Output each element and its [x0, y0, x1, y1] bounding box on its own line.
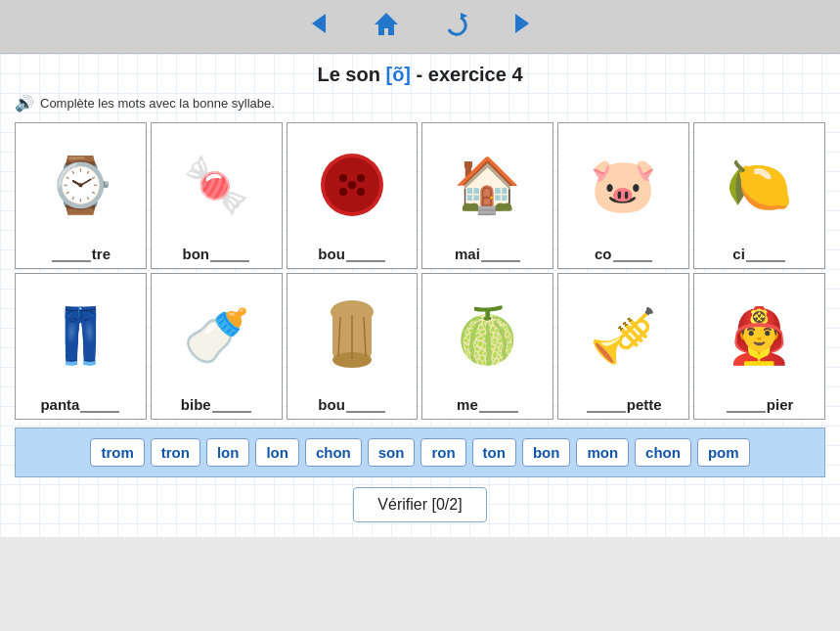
syllable-btn-4[interactable]: chon	[305, 438, 362, 467]
bouchon-svg	[323, 297, 381, 376]
sound-icon[interactable]: 🔊	[15, 94, 34, 113]
syllable-btn-6[interactable]: ron	[420, 438, 465, 467]
card-bouton: bou	[287, 122, 419, 269]
syllable-btn-10[interactable]: chon	[635, 438, 691, 467]
card-maison: 🏠 mai	[421, 122, 553, 269]
blank-trompette[interactable]	[587, 411, 626, 413]
card-trompette: 🎺 pette	[557, 273, 689, 420]
card-image-bonbon: 🍬	[155, 129, 278, 242]
citron-emoji: 🍋	[726, 158, 793, 212]
blank-citron[interactable]	[746, 260, 785, 262]
cards-row2: 👖 panta 🍼 bibe	[15, 273, 825, 420]
syllable-btn-1[interactable]: tron	[151, 438, 200, 467]
card-cochon: 🐷 co	[557, 122, 689, 269]
card-image-bouton	[291, 129, 414, 242]
trompette-emoji: 🎺	[590, 309, 657, 363]
verify-button[interactable]: Vérifier [0/2]	[353, 487, 486, 522]
forward-icon	[509, 10, 537, 37]
home-icon	[373, 10, 400, 37]
back-button[interactable]	[298, 8, 337, 45]
card-melon: 🍈 me	[421, 273, 553, 420]
blank-bouchon[interactable]	[346, 411, 385, 413]
blank-bouton[interactable]	[346, 260, 385, 262]
card-label-bouton: bou	[318, 246, 386, 262]
instruction: 🔊 Complète les mots avec la bonne syllab…	[15, 94, 825, 113]
svg-point-7	[357, 174, 365, 182]
refresh-icon	[441, 10, 468, 37]
refresh-button[interactable]	[435, 8, 474, 45]
card-label-montre: tre	[51, 246, 111, 262]
svg-point-9	[357, 188, 365, 196]
syllable-btn-0[interactable]: trom	[90, 438, 144, 467]
blank-cochon[interactable]	[613, 260, 652, 262]
cochon-emoji: 🐷	[590, 158, 657, 212]
card-image-pantalon: 👖	[20, 280, 142, 392]
card-label-bonbon: bon	[182, 246, 250, 262]
card-label-melon: me	[457, 396, 519, 413]
title-phoneme: [õ]	[385, 64, 411, 85]
syllable-btn-2[interactable]: lon	[206, 438, 250, 467]
svg-marker-0	[312, 14, 326, 33]
card-label-bouchon: bou	[318, 396, 386, 413]
card-image-citron: 🍋	[698, 129, 820, 242]
blank-montre[interactable]	[52, 260, 91, 262]
card-image-pompier: 👨‍🚒	[698, 280, 820, 392]
card-label-trompette: pette	[586, 396, 662, 413]
syllable-btn-11[interactable]: pom	[697, 438, 750, 467]
syllable-btn-7[interactable]: ton	[472, 438, 516, 467]
card-montre: ⌚ tre	[15, 122, 147, 269]
verify-area: Vérifier [0/2]	[15, 487, 825, 522]
montre-emoji: ⌚	[47, 158, 114, 212]
card-image-trompette: 🎺	[562, 280, 685, 392]
svg-point-6	[339, 174, 347, 182]
syllable-btn-3[interactable]: lon	[255, 438, 299, 467]
card-bouchon: bou	[287, 273, 419, 420]
home-button[interactable]	[367, 8, 406, 45]
verify-label: Vérifier	[377, 496, 427, 513]
card-image-bouchon	[291, 280, 414, 392]
blank-biberon[interactable]	[212, 411, 251, 413]
instruction-text: Complète les mots avec la bonne syllabe.	[40, 96, 275, 111]
svg-marker-1	[375, 13, 398, 35]
bouton-svg	[316, 149, 389, 222]
card-label-pompier: pier	[726, 396, 794, 413]
syllable-btn-9[interactable]: mon	[576, 438, 629, 467]
svg-point-10	[348, 181, 356, 189]
pompier-emoji: 👨‍🚒	[726, 309, 793, 363]
blank-bonbon[interactable]	[210, 260, 249, 262]
syllable-btn-5[interactable]: son	[368, 438, 416, 467]
title-start: Le son	[317, 64, 385, 85]
card-citron: 🍋 ci	[693, 122, 825, 269]
syllables-panel: tromtronlonlonchonsonrontonbonmonchonpom	[15, 428, 825, 477]
toolbar	[0, 0, 840, 54]
card-pompier: 👨‍🚒 pier	[693, 273, 825, 420]
card-label-pantalon: panta	[40, 396, 120, 413]
back-icon	[304, 10, 332, 37]
card-label-maison: mai	[455, 246, 521, 262]
blank-pompier[interactable]	[727, 411, 766, 413]
forward-button[interactable]	[504, 8, 543, 45]
card-image-biberon: 🍼	[155, 280, 278, 392]
maison-emoji: 🏠	[454, 158, 521, 212]
card-image-melon: 🍈	[426, 280, 549, 392]
verify-score: [0/2]	[432, 496, 463, 513]
bonbon-emoji: 🍬	[183, 158, 250, 212]
card-image-maison: 🏠	[426, 129, 549, 242]
card-pantalon: 👖 panta	[15, 273, 147, 420]
blank-melon[interactable]	[479, 411, 518, 413]
svg-point-8	[339, 188, 347, 196]
svg-marker-3	[515, 14, 529, 33]
cards-row1: ⌚ tre 🍬 bon	[15, 122, 825, 269]
main-content: Le son [õ] - exercice 4 🔊 Complète les m…	[0, 54, 840, 537]
card-label-biberon: bibe	[181, 396, 252, 413]
page-title: Le son [õ] - exercice 4	[15, 64, 825, 86]
card-image-montre: ⌚	[20, 129, 142, 242]
card-image-cochon: 🐷	[562, 129, 685, 242]
syllable-btn-8[interactable]: bon	[522, 438, 571, 467]
blank-maison[interactable]	[481, 260, 520, 262]
card-biberon: 🍼 bibe	[151, 273, 283, 420]
card-bonbon: 🍬 bon	[151, 122, 283, 269]
biberon-emoji: 🍼	[183, 309, 250, 363]
card-label-cochon: co	[595, 246, 653, 262]
blank-pantalon[interactable]	[80, 411, 119, 413]
